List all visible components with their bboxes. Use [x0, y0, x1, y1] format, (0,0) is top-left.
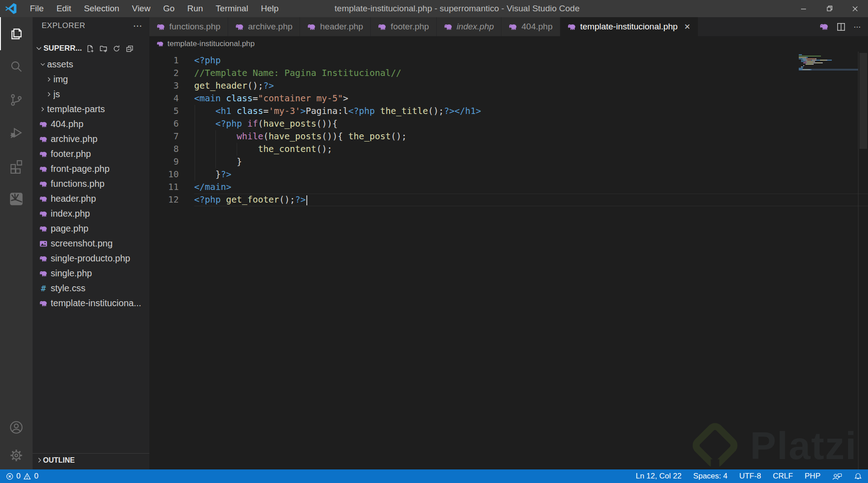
menu-selection[interactable]: Selection	[77, 0, 125, 17]
language-mode[interactable]: PHP	[799, 472, 826, 481]
tree-file-404-php[interactable]: 404.php	[33, 117, 149, 132]
activity-search-icon[interactable]	[0, 50, 33, 83]
sidebar-more-actions-icon[interactable]: ⋯	[133, 20, 143, 31]
indentation[interactable]: Spaces: 4	[687, 472, 734, 481]
code-token: ()){	[316, 118, 338, 129]
activity-run-debug-icon[interactable]	[0, 116, 33, 149]
code-lines: 1<?php2//Template Name: Pagina Instituci…	[149, 52, 868, 206]
explorer-sidebar: EXPLORER ⋯ SUPERR... assetsimgjstemplate…	[33, 17, 149, 469]
workspace-section-header[interactable]: SUPERR...	[33, 42, 149, 55]
menu-file[interactable]: File	[24, 0, 50, 17]
code-line-6: 6 <?php if(have_posts()){	[149, 118, 868, 130]
php-file-icon	[157, 40, 164, 47]
tree-folder-img[interactable]: img	[33, 72, 149, 87]
tab-template-institucional-php[interactable]: template-institucional.php✕	[560, 17, 698, 36]
code-token: </main>	[194, 182, 231, 192]
activity-extension-custom-icon[interactable]	[0, 182, 33, 215]
tab-header-php[interactable]: header.php	[300, 17, 371, 36]
text-cursor	[306, 195, 307, 205]
tab-404-php[interactable]: 404.php	[501, 17, 560, 36]
activity-source-control-icon[interactable]	[0, 83, 33, 116]
tree-file-single-php[interactable]: single.php	[33, 266, 149, 281]
eol-sequence[interactable]: CRLF	[767, 472, 799, 481]
tab-archive-php[interactable]: archive.php	[228, 17, 300, 36]
notifications-bell-icon[interactable]	[848, 472, 868, 481]
outline-section[interactable]: OUTLINE	[33, 453, 149, 467]
tree-file-template-instituciona-[interactable]: template-instituciona...	[33, 296, 149, 311]
tree-item-label: screenshot.png	[51, 238, 113, 249]
activity-explorer-icon[interactable]	[0, 17, 33, 50]
code-token: ?>	[444, 106, 454, 116]
php-elephant-icon[interactable]	[820, 22, 829, 31]
code-line-12: 12<?php get_footer();?>	[149, 194, 868, 206]
editor-group: functions.phparchive.phpheader.phpfooter…	[149, 17, 868, 469]
activity-settings-icon[interactable]	[0, 441, 33, 469]
tree-folder-js[interactable]: js	[33, 87, 149, 102]
tab-label: header.php	[320, 22, 363, 32]
title-bar: FileEditSelectionViewGoRunTerminalHelp t…	[0, 0, 868, 17]
menu-run[interactable]: Run	[181, 0, 210, 17]
new-folder-icon[interactable]	[100, 45, 107, 52]
new-file-icon[interactable]	[86, 45, 94, 52]
tab-footer-php[interactable]: footer.php	[371, 17, 437, 36]
tab-label: template-institucional.php	[580, 22, 677, 32]
encoding[interactable]: UTF-8	[733, 472, 767, 481]
tree-file-header-php[interactable]: header.php	[33, 191, 149, 206]
code-token: ();	[247, 80, 263, 91]
minimap-line	[799, 61, 858, 62]
tree-item-label: page.php	[51, 223, 88, 234]
scrollbar-thumb[interactable]	[859, 53, 867, 149]
tree-file-footer-php[interactable]: footer.php	[33, 147, 149, 161]
tree-file-functions-php[interactable]: functions.php	[33, 176, 149, 191]
code-token	[194, 169, 215, 180]
minimap[interactable]	[799, 54, 858, 71]
feedback-icon[interactable]	[826, 472, 848, 481]
tree-item-label: style.css	[51, 283, 86, 294]
code-editor[interactable]: 1<?php2//Template Name: Pagina Instituci…	[149, 52, 868, 469]
platzi-watermark: Platzi	[688, 419, 857, 469]
code-line-10: 10 }?>	[149, 168, 868, 181]
more-actions-icon[interactable]: ⋯	[854, 23, 861, 31]
chevron-right-icon	[36, 457, 43, 464]
minimize-button[interactable]	[791, 0, 816, 17]
activity-extensions-icon[interactable]	[0, 149, 33, 182]
restore-button[interactable]	[816, 0, 842, 17]
tree-file-style-css[interactable]: #style.css	[33, 281, 149, 296]
code-token: ?>	[295, 194, 305, 205]
refresh-explorer-icon[interactable]	[113, 45, 120, 52]
tree-file-screenshot-png[interactable]: screenshot.png	[33, 236, 149, 251]
menu-edit[interactable]: Edit	[50, 0, 78, 17]
chevron-down-icon	[34, 45, 43, 52]
tab-index-php[interactable]: index.php	[437, 17, 501, 36]
split-editor-icon[interactable]	[837, 23, 845, 31]
tree-folder-template-parts[interactable]: template-parts	[33, 102, 149, 117]
tab-close-icon[interactable]: ✕	[684, 22, 690, 32]
tab-functions-php[interactable]: functions.php	[149, 17, 228, 36]
tree-file-single-producto-php[interactable]: single-producto.php	[33, 251, 149, 266]
code-token: have_posts	[263, 118, 316, 129]
tree-file-index-php[interactable]: index.php	[33, 206, 149, 221]
cursor-position[interactable]: Ln 12, Col 22	[630, 472, 687, 481]
tree-file-archive-php[interactable]: archive.php	[33, 132, 149, 147]
code-token: >	[343, 93, 348, 104]
breadcrumb[interactable]: template-institucional.php	[149, 36, 868, 52]
code-token: ();	[428, 106, 444, 116]
tree-folder-assets[interactable]: assets	[33, 57, 149, 72]
code-token: }	[215, 169, 221, 180]
scrollbar[interactable]	[858, 52, 868, 469]
code-line-7: 7 while(have_posts()){ the_post();	[149, 130, 868, 143]
collapse-folders-icon[interactable]	[126, 45, 134, 52]
close-button[interactable]	[842, 0, 868, 17]
menu-go[interactable]: Go	[157, 0, 181, 17]
php-icon	[39, 299, 48, 308]
tree-file-page-php[interactable]: page.php	[33, 221, 149, 236]
tree-file-front-page-php[interactable]: front-page.php	[33, 161, 149, 176]
menu-view[interactable]: View	[126, 0, 157, 17]
menu-terminal[interactable]: Terminal	[210, 0, 255, 17]
workspace-name: SUPERR...	[43, 44, 82, 53]
activity-accounts-icon[interactable]	[0, 413, 33, 441]
tree-item-label: functions.php	[51, 179, 105, 189]
problems-indicator[interactable]: 0 0	[0, 472, 44, 481]
minimap-line	[799, 57, 858, 58]
code-token: </h1>	[454, 106, 481, 116]
